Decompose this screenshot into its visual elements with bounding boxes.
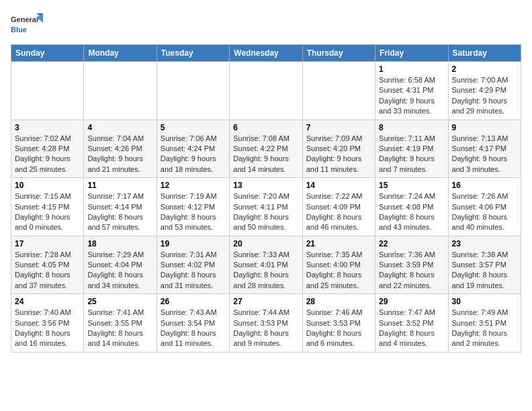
day-number: 21 (306, 239, 371, 248)
day-number: 30 (452, 297, 517, 306)
day-number: 9 (452, 123, 517, 132)
weekday-header-saturday: Saturday (448, 45, 521, 62)
day-info: Sunrise: 7:46 AM Sunset: 3:53 PM Dayligh… (306, 308, 371, 349)
day-info: Sunrise: 7:11 AM Sunset: 4:19 PM Dayligh… (379, 134, 444, 175)
calendar-cell: 10Sunrise: 7:15 AM Sunset: 4:15 PM Dayli… (11, 178, 84, 236)
logo-svg: General Blue (11, 11, 43, 39)
day-number: 16 (452, 181, 517, 190)
calendar-cell: 9Sunrise: 7:13 AM Sunset: 4:17 PM Daylig… (448, 120, 521, 178)
day-info: Sunrise: 7:20 AM Sunset: 4:11 PM Dayligh… (233, 191, 298, 233)
svg-text:General: General (11, 15, 38, 24)
calendar-week-row: 3Sunrise: 7:02 AM Sunset: 4:28 PM Daylig… (11, 120, 521, 178)
calendar-cell: 16Sunrise: 7:26 AM Sunset: 4:06 PM Dayli… (448, 178, 521, 236)
day-number: 12 (161, 181, 226, 190)
day-info: Sunrise: 7:28 AM Sunset: 4:05 PM Dayligh… (15, 250, 80, 291)
day-number: 23 (452, 239, 517, 248)
calendar-cell: 20Sunrise: 7:33 AM Sunset: 4:01 PM Dayli… (230, 236, 302, 294)
day-info: Sunrise: 7:47 AM Sunset: 3:52 PM Dayligh… (379, 308, 444, 349)
day-number: 22 (379, 239, 444, 248)
day-info: Sunrise: 7:33 AM Sunset: 4:01 PM Dayligh… (233, 250, 298, 291)
calendar-cell (302, 62, 375, 120)
day-info: Sunrise: 7:44 AM Sunset: 3:53 PM Dayligh… (233, 308, 298, 349)
weekday-header-monday: Monday (84, 45, 157, 62)
weekday-header-thursday: Thursday (302, 45, 375, 62)
calendar-cell: 25Sunrise: 7:41 AM Sunset: 3:55 PM Dayli… (84, 294, 157, 353)
day-info: Sunrise: 7:43 AM Sunset: 3:54 PM Dayligh… (161, 308, 226, 349)
day-info: Sunrise: 7:40 AM Sunset: 3:56 PM Dayligh… (15, 308, 80, 349)
day-number: 4 (87, 123, 152, 132)
day-number: 3 (15, 123, 80, 132)
day-info: Sunrise: 7:19 AM Sunset: 4:12 PM Dayligh… (161, 191, 226, 233)
calendar-cell: 15Sunrise: 7:24 AM Sunset: 4:08 PM Dayli… (375, 178, 448, 236)
weekday-header-wednesday: Wednesday (230, 45, 302, 62)
day-info: Sunrise: 7:29 AM Sunset: 4:04 PM Dayligh… (87, 250, 152, 291)
day-info: Sunrise: 7:06 AM Sunset: 4:24 PM Dayligh… (161, 134, 226, 175)
day-info: Sunrise: 7:00 AM Sunset: 4:29 PM Dayligh… (452, 75, 517, 117)
calendar-cell: 3Sunrise: 7:02 AM Sunset: 4:28 PM Daylig… (11, 120, 84, 178)
day-number: 7 (306, 123, 371, 132)
day-info: Sunrise: 7:31 AM Sunset: 4:02 PM Dayligh… (161, 250, 226, 291)
page-header: General Blue (11, 11, 521, 39)
calendar-cell: 2Sunrise: 7:00 AM Sunset: 4:29 PM Daylig… (448, 62, 521, 120)
calendar-cell: 17Sunrise: 7:28 AM Sunset: 4:05 PM Dayli… (11, 236, 84, 294)
day-info: Sunrise: 7:08 AM Sunset: 4:22 PM Dayligh… (233, 134, 298, 175)
calendar-cell (157, 62, 229, 120)
day-info: Sunrise: 7:22 AM Sunset: 4:09 PM Dayligh… (306, 191, 371, 233)
day-info: Sunrise: 7:35 AM Sunset: 4:00 PM Dayligh… (306, 250, 371, 291)
calendar-cell: 22Sunrise: 7:36 AM Sunset: 3:59 PM Dayli… (375, 236, 448, 294)
calendar-cell: 27Sunrise: 7:44 AM Sunset: 3:53 PM Dayli… (230, 294, 302, 353)
day-info: Sunrise: 7:26 AM Sunset: 4:06 PM Dayligh… (452, 191, 517, 233)
day-number: 25 (87, 297, 152, 306)
calendar-week-row: 24Sunrise: 7:40 AM Sunset: 3:56 PM Dayli… (11, 294, 521, 353)
calendar-cell: 4Sunrise: 7:04 AM Sunset: 4:26 PM Daylig… (84, 120, 157, 178)
day-info: Sunrise: 7:36 AM Sunset: 3:59 PM Dayligh… (379, 250, 444, 291)
day-number: 29 (379, 297, 444, 306)
calendar-cell: 26Sunrise: 7:43 AM Sunset: 3:54 PM Dayli… (157, 294, 229, 353)
calendar-cell: 14Sunrise: 7:22 AM Sunset: 4:09 PM Dayli… (302, 178, 375, 236)
day-number: 11 (87, 181, 152, 190)
day-number: 1 (379, 64, 444, 74)
weekday-header-sunday: Sunday (11, 45, 84, 62)
calendar-week-row: 10Sunrise: 7:15 AM Sunset: 4:15 PM Dayli… (11, 178, 521, 236)
day-number: 5 (161, 123, 226, 132)
calendar-cell: 11Sunrise: 7:17 AM Sunset: 4:14 PM Dayli… (84, 178, 157, 236)
day-number: 28 (306, 297, 371, 306)
calendar-week-row: 17Sunrise: 7:28 AM Sunset: 4:05 PM Dayli… (11, 236, 521, 294)
calendar-cell (230, 62, 302, 120)
day-info: Sunrise: 7:15 AM Sunset: 4:15 PM Dayligh… (15, 191, 80, 233)
logo: General Blue (11, 11, 43, 39)
calendar-cell: 19Sunrise: 7:31 AM Sunset: 4:02 PM Dayli… (157, 236, 229, 294)
calendar-cell (11, 62, 84, 120)
day-number: 17 (15, 239, 80, 248)
calendar-cell: 21Sunrise: 7:35 AM Sunset: 4:00 PM Dayli… (302, 236, 375, 294)
day-number: 20 (233, 239, 298, 248)
calendar-cell: 7Sunrise: 7:09 AM Sunset: 4:20 PM Daylig… (302, 120, 375, 178)
day-number: 24 (15, 297, 80, 306)
weekday-header-friday: Friday (375, 45, 448, 62)
day-number: 13 (233, 181, 298, 190)
day-number: 15 (379, 181, 444, 190)
day-info: Sunrise: 7:24 AM Sunset: 4:08 PM Dayligh… (379, 191, 444, 233)
day-number: 26 (161, 297, 226, 306)
calendar-cell: 5Sunrise: 7:06 AM Sunset: 4:24 PM Daylig… (157, 120, 229, 178)
calendar-cell: 18Sunrise: 7:29 AM Sunset: 4:04 PM Dayli… (84, 236, 157, 294)
weekday-header-tuesday: Tuesday (157, 45, 229, 62)
calendar-table: SundayMondayTuesdayWednesdayThursdayFrid… (11, 44, 521, 353)
day-number: 18 (87, 239, 152, 248)
day-number: 8 (379, 123, 444, 132)
day-info: Sunrise: 7:17 AM Sunset: 4:14 PM Dayligh… (87, 191, 152, 233)
day-number: 10 (15, 181, 80, 190)
calendar-cell: 24Sunrise: 7:40 AM Sunset: 3:56 PM Dayli… (11, 294, 84, 353)
calendar-cell: 30Sunrise: 7:49 AM Sunset: 3:51 PM Dayli… (448, 294, 521, 353)
day-info: Sunrise: 7:09 AM Sunset: 4:20 PM Dayligh… (306, 134, 371, 175)
day-info: Sunrise: 7:13 AM Sunset: 4:17 PM Dayligh… (452, 134, 517, 175)
day-number: 27 (233, 297, 298, 306)
day-info: Sunrise: 7:49 AM Sunset: 3:51 PM Dayligh… (452, 308, 517, 349)
day-info: Sunrise: 7:41 AM Sunset: 3:55 PM Dayligh… (87, 308, 152, 349)
calendar-cell: 8Sunrise: 7:11 AM Sunset: 4:19 PM Daylig… (375, 120, 448, 178)
calendar-cell: 13Sunrise: 7:20 AM Sunset: 4:11 PM Dayli… (230, 178, 302, 236)
calendar-cell (84, 62, 157, 120)
calendar-cell: 1Sunrise: 6:58 AM Sunset: 4:31 PM Daylig… (375, 62, 448, 120)
calendar-cell: 12Sunrise: 7:19 AM Sunset: 4:12 PM Dayli… (157, 178, 229, 236)
calendar-cell: 23Sunrise: 7:38 AM Sunset: 3:57 PM Dayli… (448, 236, 521, 294)
